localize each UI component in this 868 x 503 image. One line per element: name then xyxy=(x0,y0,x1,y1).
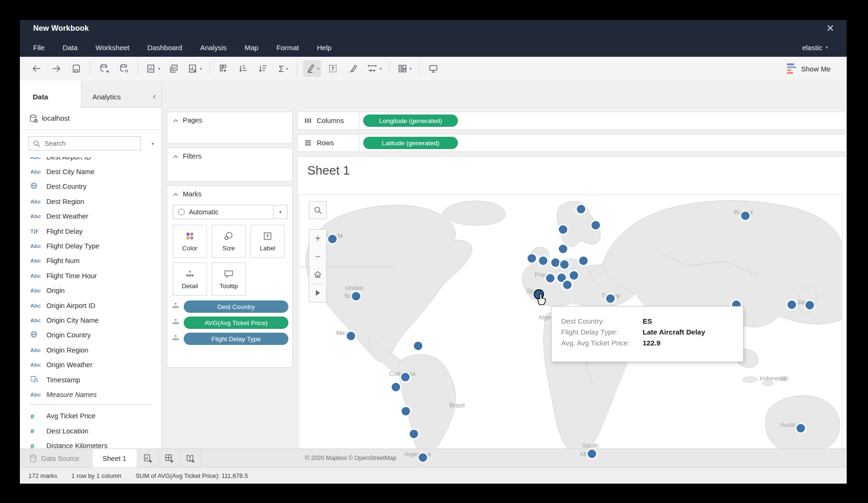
show-mark-labels-button[interactable] xyxy=(325,60,341,77)
map-mark-canada[interactable] xyxy=(328,235,337,243)
map-mark-italy[interactable] xyxy=(563,281,572,289)
search-options-caret[interactable]: ▾ xyxy=(152,141,154,146)
map-mark-mexico[interactable] xyxy=(347,332,355,340)
size-button[interactable]: Size xyxy=(212,225,246,258)
show-me-button[interactable]: Show Me xyxy=(787,61,831,76)
save-button[interactable] xyxy=(68,60,84,77)
pill-longitude-generated[interactable]: Longitude (generated) xyxy=(363,115,458,127)
field-dest-airport-id[interactable]: AbcDest Airport ID xyxy=(20,157,161,164)
field-flight-num[interactable]: AbcFlight Num xyxy=(20,254,161,268)
map-mark-caribbean[interactable] xyxy=(414,342,422,350)
menu-item-worksheet[interactable]: Worksheet xyxy=(96,44,129,52)
map-view[interactable]: CanadaUnitedStatesMexicoColombiaBrazilAr… xyxy=(299,194,842,465)
field-avg-ticket-price[interactable]: #Avg Ticket Price xyxy=(20,409,161,424)
undo-button[interactable] xyxy=(28,60,45,77)
map-mark-colombia[interactable] xyxy=(401,373,410,381)
pan-flyout-button[interactable] xyxy=(309,284,326,302)
close-button[interactable]: ✕ xyxy=(826,23,834,34)
field-origin-weather[interactable]: AbcOrigin Weather xyxy=(20,357,161,372)
sort-ascending-button[interactable] xyxy=(235,60,251,77)
redo-button[interactable] xyxy=(48,60,64,77)
field-dest-weather[interactable]: AbcDest Weather xyxy=(20,209,161,224)
pause-auto-updates-button[interactable] xyxy=(116,60,132,77)
pill-flight-delay-type[interactable]: Flight Delay Type xyxy=(184,333,288,345)
map-mark-united-states[interactable] xyxy=(352,292,360,300)
field-flight-delay[interactable]: T|FFlight Delay xyxy=(20,224,161,238)
map-mark-turkey[interactable] xyxy=(606,294,615,303)
field-origin-city-name[interactable]: AbcOrigin City Name xyxy=(20,313,161,327)
map-mark-sweden[interactable] xyxy=(577,205,585,213)
field-measure-names[interactable]: AbcMeasure Names xyxy=(20,387,161,402)
map-mark-poland[interactable] xyxy=(579,256,588,265)
pill-avg-avg-ticket-price[interactable]: AVG(Avg Ticket Price) xyxy=(184,317,288,329)
map-mark-germany[interactable] xyxy=(560,260,569,269)
mark-type-dropdown[interactable]: Automatic ▾ xyxy=(173,205,287,219)
tab-data[interactable]: Data xyxy=(20,80,81,108)
fit-button[interactable]: ▾ xyxy=(365,60,384,77)
map-mark-france[interactable] xyxy=(546,274,555,282)
map-mark-finland[interactable] xyxy=(591,221,600,229)
new-worksheet-tab-button[interactable] xyxy=(137,449,159,468)
map-mark-australia[interactable] xyxy=(796,424,805,432)
color-button[interactable]: Color xyxy=(173,225,207,258)
field-origin-region[interactable]: AbcOrigin Region xyxy=(20,343,161,357)
show-hide-cards-button[interactable]: ▾ xyxy=(395,60,413,77)
map-mark-south-korea[interactable] xyxy=(787,300,796,309)
map-mark-south-africa[interactable] xyxy=(588,450,596,458)
map-mark-peru[interactable] xyxy=(402,407,410,415)
pages-card[interactable]: Pages xyxy=(167,112,293,144)
duplicate-sheet-button[interactable] xyxy=(166,60,182,77)
tab-sheet-1[interactable]: Sheet 1 xyxy=(92,449,137,468)
zoom-out-button[interactable]: − xyxy=(309,247,326,265)
sort-descending-button[interactable] xyxy=(255,60,271,77)
user-menu[interactable]: elastic ▾ xyxy=(802,38,828,57)
columns-shelf[interactable]: Columns Longitude (generated) xyxy=(297,112,847,130)
connection-row[interactable]: localhost xyxy=(20,108,161,130)
menu-item-file[interactable]: File xyxy=(33,44,45,52)
detail-button[interactable]: Detail xyxy=(173,263,207,296)
field-origin-airport-id[interactable]: AbcOrigin Airport ID xyxy=(20,298,161,313)
pill-dest-country[interactable]: Dest Country xyxy=(184,300,288,313)
zoom-home-button[interactable] xyxy=(309,265,326,283)
map-mark-argentina[interactable] xyxy=(419,453,427,462)
field-flight-delay-type[interactable]: AbcFlight Delay Type xyxy=(20,238,161,253)
presentation-mode-button[interactable] xyxy=(425,60,441,77)
new-dashboard-tab-button[interactable] xyxy=(159,449,180,468)
highlight-button[interactable]: ▾ xyxy=(303,60,321,77)
field-distance-kilometers[interactable]: #Distance Kilometers xyxy=(20,438,161,449)
map-mark-ireland[interactable] xyxy=(528,254,536,263)
search-input[interactable] xyxy=(44,139,126,148)
map-search-button[interactable] xyxy=(309,201,327,219)
menu-item-help[interactable]: Help xyxy=(317,44,331,52)
field-dest-country[interactable]: Dest Country xyxy=(20,179,161,194)
map-mark-japan[interactable] xyxy=(805,301,814,309)
map-mark-norway[interactable] xyxy=(559,225,567,234)
zoom-in-button[interactable]: + xyxy=(309,229,326,247)
tab-analytics[interactable]: Analytics xyxy=(82,80,143,108)
new-story-tab-button[interactable] xyxy=(180,449,201,468)
clear-sheet-button[interactable]: ▾ xyxy=(186,60,204,77)
tooltip-button[interactable]: Tooltip xyxy=(212,263,246,296)
field-origin-country[interactable]: Origin Country xyxy=(20,328,161,343)
collapse-panel-icon[interactable]: ‹ xyxy=(153,92,156,100)
map-mark-ecuador[interactable] xyxy=(392,383,400,391)
map-mark-chile[interactable] xyxy=(410,430,418,438)
search-box[interactable] xyxy=(28,136,141,150)
map-mark-czechia[interactable] xyxy=(570,271,578,280)
format-button[interactable] xyxy=(345,60,361,77)
map-mark-netherlands[interactable] xyxy=(551,258,560,267)
field-dest-city-name[interactable]: AbcDest City Name xyxy=(20,164,161,179)
map-mark-united-kingdom[interactable] xyxy=(539,256,547,265)
map-mark-switzerland[interactable] xyxy=(557,274,566,282)
map-mark-denmark[interactable] xyxy=(559,245,567,253)
new-worksheet-button[interactable]: ▾ xyxy=(144,60,162,77)
field-timestamp[interactable]: Timestamp xyxy=(20,372,161,387)
swap-rows-columns-button[interactable] xyxy=(215,60,232,77)
field-flight-time-hour[interactable]: AbcFlight Time Hour xyxy=(20,268,161,283)
rows-shelf[interactable]: Rows Latitude (generated) xyxy=(297,134,847,152)
filters-card[interactable]: Filters xyxy=(167,148,293,182)
new-data-source-button[interactable] xyxy=(96,60,112,77)
menu-item-data[interactable]: Data xyxy=(63,44,78,52)
map-mark-russia[interactable] xyxy=(741,212,750,220)
field-dest-location[interactable]: #Dest Location xyxy=(20,424,161,438)
